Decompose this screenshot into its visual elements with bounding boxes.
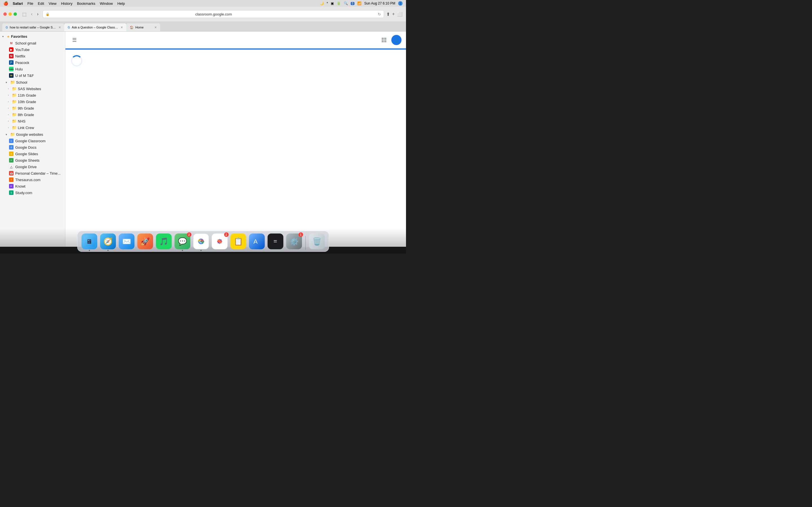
sidebar-item-netflix[interactable]: N Netflix [1, 53, 64, 59]
school-folder[interactable]: ▾ 📁 School [1, 79, 64, 86]
search-icon[interactable]: 🔍 [344, 1, 348, 5]
app-name[interactable]: Safari [13, 1, 23, 6]
loading-area [65, 50, 406, 72]
minimize-button[interactable] [8, 12, 12, 16]
sidebar-item-calendar[interactable]: 📅 Personal Calendar – Time... [1, 170, 64, 176]
sidebar-item-study[interactable]: S Study.com [1, 189, 64, 196]
launchpad-icon: 🚀 [137, 233, 153, 249]
settings-badge: 1 [299, 232, 303, 237]
tab-3[interactable]: 🏠 Home × [126, 23, 160, 31]
dock-messages[interactable]: 💬 2 [174, 233, 191, 250]
new-tab-button[interactable]: + [392, 11, 395, 17]
dock-spotify[interactable]: 🎵 [155, 233, 172, 250]
tab-2-close[interactable]: × [121, 25, 123, 30]
sidebar-item-peacock[interactable]: P Peacock [1, 59, 64, 66]
messages-dot [182, 250, 183, 251]
tab-1[interactable]: G how to restart safar – Google Search × [2, 23, 64, 31]
menu-bar-right: 🌙 * ▣ 🔋 🔍 B 📶 Sun Aug 27 6:10 PM 👤 [320, 1, 403, 6]
tab-1-favicon: G [6, 25, 8, 29]
apple-menu[interactable]: 🍎 [3, 1, 8, 6]
linkcrew-folder[interactable]: › 📁 Link Crew [1, 124, 64, 131]
menu-file[interactable]: File [28, 1, 33, 6]
profile-avatar-menu[interactable]: 👤 [398, 1, 403, 6]
menu-history[interactable]: History [61, 1, 72, 6]
dock-calculator[interactable]: = [267, 233, 284, 250]
google-apps-button[interactable] [379, 35, 389, 45]
slides-favicon: s [9, 152, 13, 156]
close-button[interactable] [3, 12, 7, 16]
menu-bar: 🍎 Safari File Edit View History Bookmark… [0, 0, 406, 7]
classroom-menu-button[interactable]: ☰ [70, 35, 79, 45]
sidebar-item-hulu[interactable]: hulu Hulu [1, 66, 64, 72]
back-button[interactable]: ‹ [29, 11, 34, 17]
photos-badge: 2 [224, 232, 229, 237]
classroom-label: Google Classroom [15, 139, 46, 143]
wifi-icon[interactable]: 📶 [357, 1, 361, 5]
dock-container: 🖥 🧭 ✉️ 🚀 🎵 💬 2 [0, 228, 406, 253]
sidebar-item-thesaurus[interactable]: T Thesaurus.com [1, 177, 64, 183]
dock-finder[interactable]: 🖥 [81, 233, 98, 250]
menu-edit[interactable]: Edit [38, 1, 44, 6]
google-websites-folder[interactable]: ▾ 📁 Google websites [1, 131, 64, 137]
dock-chrome[interactable] [193, 233, 209, 250]
uofm-favicon: M [9, 73, 13, 78]
peacock-favicon: P [9, 60, 13, 65]
tab-3-close[interactable]: × [154, 25, 157, 30]
sheets-favicon: + [9, 158, 13, 163]
address-bar[interactable]: 🔒 classroom.google.com ↻ [43, 10, 384, 18]
sas-toggle-icon: › [8, 87, 11, 90]
sidebar-toggle-button[interactable]: ⬚ [21, 11, 27, 17]
sidebar-item-youtube[interactable]: ▶ YouTube [1, 47, 64, 53]
sas-label: SAS Websites [18, 87, 41, 91]
dock-launchpad[interactable]: 🚀 [137, 233, 154, 250]
menu-view[interactable]: View [49, 1, 57, 6]
calendar-label: Personal Calendar – Time... [15, 171, 61, 175]
dock-appstore[interactable]: A [248, 233, 265, 250]
tab-1-close[interactable]: × [59, 25, 61, 30]
sas-folder[interactable]: › 📁 SAS Websites [1, 86, 64, 92]
sidebar-item-google-docs[interactable]: d Google Docs [1, 144, 64, 151]
reload-icon[interactable]: ↻ [378, 12, 381, 16]
dock-system-settings[interactable]: ⚙️ 1 [286, 233, 303, 250]
9th-folder[interactable]: › 📁 9th Grade [1, 105, 64, 111]
school-toggle-icon: ▾ [6, 81, 9, 84]
9th-label: 9th Grade [18, 106, 34, 110]
sidebar-item-google-classroom[interactable]: c Google Classroom [1, 138, 64, 144]
dock-divider [305, 236, 306, 250]
sidebar-item-google-drive[interactable]: △ Google Drive [1, 164, 64, 170]
dock-mail[interactable]: ✉️ [118, 233, 135, 250]
8th-folder[interactable]: › 📁 8th Grade [1, 112, 64, 118]
10th-folder[interactable]: › 📁 10th Grade [1, 99, 64, 105]
11th-folder[interactable]: › 📁 11th Grade [1, 92, 64, 98]
nhs-folder[interactable]: › 📁 NHS [1, 118, 64, 124]
control-center-icon[interactable]: ▣ [331, 1, 334, 5]
sidebar-item-google-slides[interactable]: s Google Slides [1, 151, 64, 157]
safari-dot [107, 250, 109, 251]
dock-photos[interactable]: 2 [211, 233, 228, 250]
11th-label: 11th Grade [18, 93, 36, 98]
tab-overview-button[interactable]: ⬜ [397, 11, 403, 17]
favorites-header[interactable]: ▾ ★ Favorites [0, 33, 65, 40]
user-avatar[interactable]: 👤 [391, 35, 402, 45]
traffic-lights [3, 12, 17, 16]
menu-window[interactable]: Window [100, 1, 113, 6]
dock-notes[interactable]: 📋 [230, 233, 247, 250]
sidebar-item-school-gmail[interactable]: M School gmail [1, 40, 64, 46]
menu-help[interactable]: Help [117, 1, 125, 6]
browser-window: ⬚ ‹ › 🔒 classroom.google.com ↻ ⬆ + ⬜ G h… [0, 7, 406, 253]
menu-bookmarks[interactable]: Bookmarks [77, 1, 95, 6]
sidebar-item-google-sheets[interactable]: + Google Sheets [1, 157, 64, 163]
nav-buttons: ‹ › [29, 11, 40, 17]
dock-trash[interactable]: 🗑️ [308, 233, 325, 250]
bitwarden-icon[interactable]: B [351, 2, 354, 5]
sidebar-item-uofm[interactable]: M U of M T&F [1, 72, 64, 78]
forward-button[interactable]: › [35, 11, 40, 17]
tab-2[interactable]: G Ask a Question – Google Classroom Comm… [64, 23, 126, 31]
battery-icon: 🔋 [337, 1, 341, 5]
lock-icon: 🔒 [46, 12, 50, 16]
dock-safari[interactable]: 🧭 [100, 233, 116, 250]
share-button[interactable]: ⬆ [386, 11, 390, 17]
sidebar-item-knowt[interactable]: K Knowt [1, 183, 64, 189]
maximize-button[interactable] [13, 12, 17, 16]
toolbar-right: ⬆ + ⬜ [386, 11, 403, 17]
